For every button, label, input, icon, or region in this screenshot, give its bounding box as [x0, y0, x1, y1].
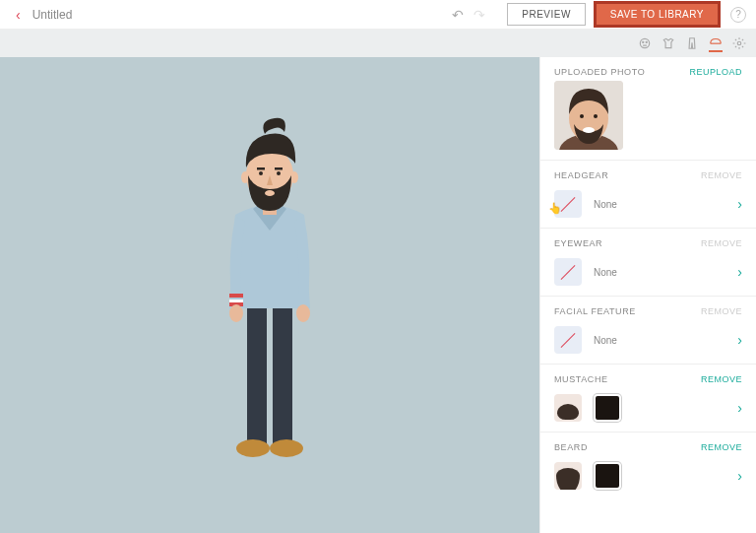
svg-point-11	[229, 304, 243, 322]
beard-header: BEARD REMOVE	[540, 433, 756, 456]
avatar-character	[186, 99, 353, 493]
reupload-button[interactable]: REUPLOAD	[689, 67, 742, 77]
svg-point-27	[594, 114, 598, 118]
eyewear-value: None	[594, 267, 725, 278]
beard-option-row[interactable]: ›	[540, 456, 756, 500]
eyewear-label: EYEWEAR	[554, 238, 602, 248]
svg-point-2	[646, 41, 647, 42]
svg-rect-21	[275, 167, 283, 170]
save-button-highlight: SAVE TO LIBRARY	[594, 1, 721, 28]
eyewear-swatch[interactable]	[554, 258, 582, 286]
preview-button[interactable]: PREVIEW	[507, 3, 586, 26]
uploaded-photo-row	[540, 81, 756, 161]
chevron-right-icon[interactable]: ›	[737, 400, 742, 416]
eyewear-remove-button[interactable]: REMOVE	[701, 238, 742, 248]
svg-point-17	[265, 190, 275, 196]
svg-point-7	[270, 439, 303, 457]
headgear-value: None	[594, 199, 725, 210]
mustache-label: MUSTACHE	[554, 374, 608, 384]
mustache-header: MUSTACHE REMOVE	[540, 365, 756, 388]
document-title[interactable]: Untitled	[32, 8, 73, 22]
facial-feature-swatch[interactable]	[554, 326, 582, 354]
headgear-label: HEADGEAR	[554, 170, 608, 180]
svg-point-26	[580, 114, 584, 118]
help-icon[interactable]: ?	[730, 7, 746, 23]
chevron-right-icon[interactable]: ›	[737, 196, 742, 212]
svg-point-1	[643, 41, 644, 42]
svg-point-0	[640, 38, 649, 47]
svg-point-3	[737, 41, 741, 45]
uploaded-photo-label: UPLOADED PHOTO	[554, 67, 645, 77]
settings-tab-icon[interactable]	[732, 36, 746, 50]
eyewear-header: EYEWEAR REMOVE	[540, 229, 756, 252]
headgear-swatch[interactable]	[554, 190, 582, 218]
facial-feature-header: FACIAL FEATURE REMOVE	[540, 297, 756, 320]
chevron-right-icon[interactable]: ›	[737, 264, 742, 280]
svg-point-16	[290, 171, 298, 183]
avatar-canvas[interactable]	[0, 57, 539, 533]
headgear-remove-button[interactable]: REMOVE	[701, 170, 742, 180]
uploaded-photo-thumbnail[interactable]	[554, 81, 623, 150]
svg-rect-9	[229, 300, 243, 302]
svg-rect-20	[257, 167, 265, 170]
face-tab-icon[interactable]	[638, 36, 652, 50]
mustache-style-swatch[interactable]	[554, 394, 582, 422]
svg-rect-8	[229, 294, 243, 298]
save-to-library-button[interactable]: SAVE TO LIBRARY	[597, 4, 718, 25]
headgear-tab-icon[interactable]	[709, 38, 723, 52]
svg-point-6	[236, 439, 270, 457]
svg-point-25	[583, 127, 595, 133]
properties-sidebar: UPLOADED PHOTO REUPLOAD HEADGEAR REM	[539, 57, 756, 533]
redo-button[interactable]: ↷	[470, 7, 489, 23]
beard-label: BEARD	[554, 442, 588, 452]
facial-feature-value: None	[594, 335, 725, 346]
category-tabs	[0, 30, 756, 57]
headgear-header: HEADGEAR REMOVE	[540, 161, 756, 184]
headgear-option-row[interactable]: 👆 None ›	[540, 184, 756, 229]
mustache-remove-button[interactable]: REMOVE	[701, 374, 742, 384]
svg-point-12	[296, 304, 310, 322]
chevron-right-icon[interactable]: ›	[737, 468, 742, 484]
undo-button[interactable]: ↶	[448, 7, 468, 23]
beard-color-swatch[interactable]	[594, 462, 621, 490]
pants-tab-icon[interactable]	[685, 36, 699, 50]
chevron-right-icon[interactable]: ›	[737, 332, 742, 348]
facial-feature-label: FACIAL FEATURE	[554, 306, 636, 316]
top-bar: ‹ Untitled ↶ ↷ PREVIEW SAVE TO LIBRARY ?	[0, 0, 756, 30]
main-content: UPLOADED PHOTO REUPLOAD HEADGEAR REM	[0, 57, 756, 533]
svg-point-15	[241, 171, 249, 183]
mustache-option-row[interactable]: ›	[540, 388, 756, 433]
shirt-tab-icon[interactable]	[662, 36, 675, 50]
beard-remove-button[interactable]: REMOVE	[701, 442, 742, 452]
eyewear-option-row[interactable]: None ›	[540, 252, 756, 297]
svg-point-18	[259, 171, 263, 175]
mustache-color-swatch[interactable]	[594, 394, 621, 422]
facial-feature-remove-button[interactable]: REMOVE	[701, 306, 742, 316]
beard-style-swatch[interactable]	[554, 462, 582, 490]
back-button[interactable]: ‹	[10, 7, 27, 23]
uploaded-photo-header: UPLOADED PHOTO REUPLOAD	[540, 57, 756, 81]
svg-rect-5	[273, 305, 292, 443]
facial-feature-option-row[interactable]: None ›	[540, 320, 756, 365]
svg-point-19	[277, 171, 281, 175]
svg-rect-4	[247, 305, 267, 443]
